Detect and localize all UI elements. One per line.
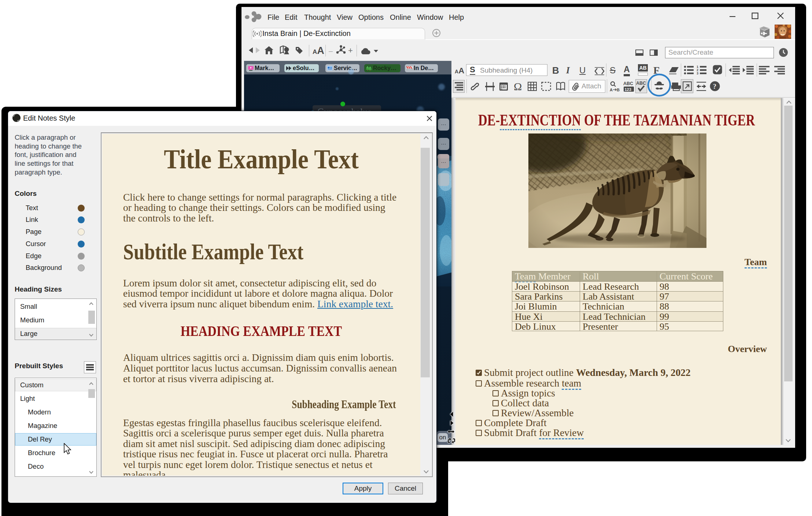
svg-text:ABC: ABC: [623, 81, 633, 86]
svg-text:ABC: ABC: [636, 81, 646, 86]
svg-text:3: 3: [697, 72, 698, 75]
svg-text:B: B: [617, 88, 620, 92]
svg-text:?: ?: [713, 83, 717, 90]
svg-text:A: A: [610, 88, 613, 92]
svg-text:123: 123: [625, 87, 631, 92]
